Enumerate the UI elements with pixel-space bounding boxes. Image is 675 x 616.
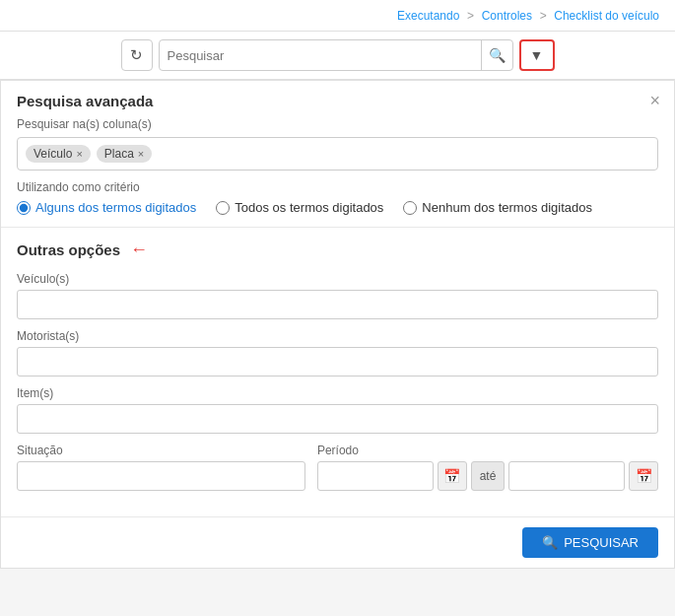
breadcrumb-part2: Controles — [482, 9, 532, 23]
item-input[interactable] — [17, 404, 658, 434]
tag-veiculo-label: Veículo — [34, 147, 72, 161]
radio-alguns[interactable] — [17, 201, 31, 215]
other-options-section: Outras opções ← Veículo(s) Motorista(s) … — [1, 228, 674, 516]
motorista-field-group: Motorista(s) — [17, 329, 658, 376]
radio-nenhum[interactable] — [403, 201, 417, 215]
periodo-to-input[interactable] — [508, 461, 625, 491]
advanced-search-section: Pesquisa avançada × Pesquisar na(s) colu… — [1, 81, 674, 228]
radio-nenhum-label: Nenhum dos termos digitados — [422, 200, 592, 215]
pesquisar-button[interactable]: 🔍 PESQUISAR — [522, 527, 658, 558]
radio-alguns-label: Alguns dos termos digitados — [35, 200, 196, 215]
situacao-label: Situação — [17, 444, 305, 457]
ate-separator: até — [471, 461, 506, 491]
periodo-from-input[interactable] — [317, 461, 434, 491]
radio-option-alguns[interactable]: Alguns dos termos digitados — [17, 200, 196, 215]
breadcrumb-sep2: > — [540, 9, 547, 23]
filter-icon: ▼ — [530, 47, 544, 63]
criteria-label: Utilizando como critério — [17, 180, 658, 194]
tag-veiculo-close[interactable]: × — [76, 148, 82, 160]
search-input-wrap: 🔍 — [159, 39, 513, 71]
search-bar-row: ↻ 🔍 ▼ — [0, 32, 675, 80]
radio-todos-label: Todos os termos digitados — [235, 200, 383, 215]
breadcrumb-sep1: > — [467, 9, 474, 23]
main-panel: Pesquisa avançada × Pesquisar na(s) colu… — [0, 80, 675, 569]
tag-veiculo: Veículo × — [26, 145, 91, 163]
refresh-button[interactable]: ↻ — [121, 39, 153, 71]
periodo-field-group: Período 📅 até 📅 — [317, 444, 658, 491]
close-icon: × — [649, 91, 660, 110]
motorista-input[interactable] — [17, 347, 658, 376]
advanced-search-title: Pesquisa avançada — [17, 93, 658, 109]
pesquisar-search-icon: 🔍 — [542, 535, 558, 550]
radio-todos[interactable] — [216, 201, 230, 215]
close-button[interactable]: × — [649, 91, 660, 111]
situacao-input[interactable] — [17, 461, 305, 491]
radio-option-todos[interactable]: Todos os termos digitados — [216, 200, 383, 215]
panel-footer: 🔍 PESQUISAR — [1, 516, 674, 568]
calendar-from-button[interactable]: 📅 — [438, 461, 467, 491]
item-label: Item(s) — [17, 386, 658, 400]
veiculo-input[interactable] — [17, 290, 658, 319]
search-icon-button[interactable]: 🔍 — [481, 39, 512, 71]
search-input[interactable] — [160, 48, 481, 63]
radio-group: Alguns dos termos digitados Todos os ter… — [17, 200, 658, 215]
filter-button[interactable]: ▼ — [519, 39, 555, 71]
other-options-title: Outras opções — [17, 241, 120, 258]
calendar-from-icon: 📅 — [443, 468, 460, 484]
tag-placa-label: Placa — [104, 147, 134, 161]
item-field-group: Item(s) — [17, 386, 658, 434]
other-options-header: Outras opções ← — [17, 240, 658, 260]
breadcrumb: Executando > Controles > Checklist do ve… — [0, 0, 675, 32]
pesquisar-label: PESQUISAR — [564, 535, 639, 550]
situacao-field-group: Situação — [17, 444, 305, 491]
periodo-inputs: 📅 até 📅 — [317, 461, 658, 491]
tag-placa-close[interactable]: × — [138, 148, 144, 160]
search-icon: 🔍 — [489, 47, 506, 63]
calendar-to-button[interactable]: 📅 — [629, 461, 658, 491]
arrow-red-icon: ← — [130, 240, 148, 260]
situacao-periodo-row: Situação Período 📅 até 📅 — [17, 444, 658, 501]
calendar-to-icon: 📅 — [636, 468, 652, 484]
veiculo-label: Veículo(s) — [17, 272, 658, 286]
tag-placa: Placa × — [97, 145, 152, 163]
breadcrumb-part3: Checklist do veículo — [554, 9, 659, 23]
tags-row: Veículo × Placa × — [17, 137, 658, 171]
breadcrumb-part1: Executando — [397, 9, 459, 23]
columns-label: Pesquisar na(s) coluna(s) — [17, 117, 658, 131]
periodo-label: Período — [317, 444, 658, 457]
veiculo-field-group: Veículo(s) — [17, 272, 658, 319]
refresh-icon: ↻ — [130, 46, 143, 64]
motorista-label: Motorista(s) — [17, 329, 658, 343]
radio-option-nenhum[interactable]: Nenhum dos termos digitados — [403, 200, 592, 215]
